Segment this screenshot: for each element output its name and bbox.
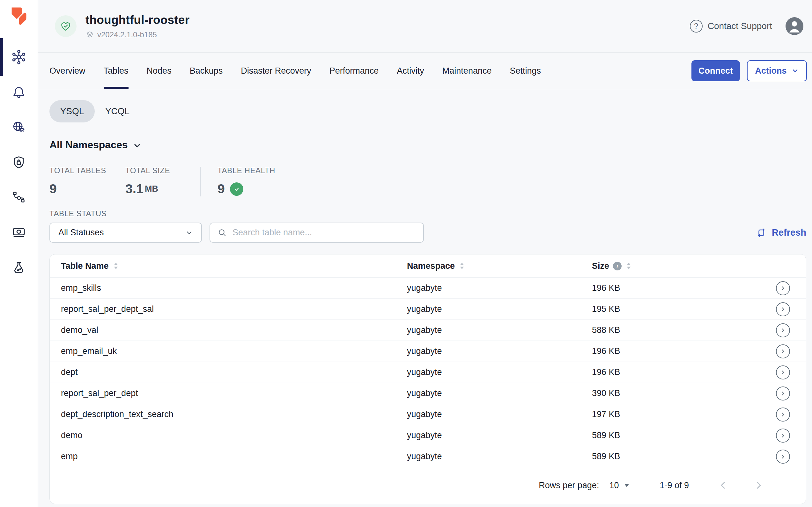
row-expand-button[interactable]: [776, 281, 790, 295]
info-icon[interactable]: i: [613, 262, 621, 270]
row-expand-button[interactable]: [776, 387, 790, 400]
search-icon: [217, 228, 227, 238]
sidebar-item-cloud-settings[interactable]: [0, 110, 38, 145]
rows-per-page-caret-icon[interactable]: [623, 482, 630, 489]
table-row[interactable]: dept_description_text_search yugabyte 19…: [50, 404, 806, 425]
stat-total-tables: TOTAL TABLES 9: [49, 166, 125, 196]
tab-overview[interactable]: Overview: [49, 53, 86, 89]
stat-total-size: TOTAL SIZE 3.1MB: [125, 166, 200, 196]
column-header-size[interactable]: Size i: [592, 261, 776, 271]
header-right: ? Contact Support: [690, 17, 803, 35]
filter-block: TABLE STATUS All Statuses: [49, 209, 806, 243]
tab-nodes[interactable]: Nodes: [147, 53, 172, 89]
sidebar-item-labs[interactable]: [0, 250, 38, 285]
actions-button[interactable]: Actions: [747, 60, 807, 81]
heart-check-icon: [60, 20, 72, 32]
next-page-button[interactable]: [754, 481, 763, 490]
size-cell: 589 KB: [592, 452, 776, 461]
namespace-cell: yugabyte: [407, 367, 592, 377]
actions-button-label: Actions: [755, 66, 787, 76]
pagination-range: 1-9 of 9: [659, 481, 689, 491]
table-header-row: Table Name Namespace Size i: [50, 255, 806, 277]
table-row[interactable]: emp yugabyte 589 KB: [50, 446, 806, 467]
chevron-right-icon: [780, 411, 786, 418]
cluster-name: thoughtful-rooster: [86, 13, 190, 27]
row-expand-button[interactable]: [776, 302, 790, 316]
refresh-icon: [756, 227, 767, 238]
tab-disaster-recovery[interactable]: Disaster Recovery: [241, 53, 311, 89]
table-name-cell: report_sal_per_dept_sal: [61, 304, 407, 314]
tables-card: Table Name Namespace Size i: [49, 254, 806, 504]
chevron-right-icon: [780, 327, 786, 334]
sidebar-item-clusters[interactable]: [0, 40, 38, 75]
filter-row: All Statuses Refresh: [49, 223, 806, 243]
row-expand-button[interactable]: [776, 323, 790, 337]
chevron-left-icon: [718, 481, 728, 490]
namespace-dropdown-label: All Namespaces: [49, 139, 127, 151]
table-name-cell: report_sal_per_dept: [61, 388, 407, 398]
sort-icon[interactable]: [459, 262, 465, 270]
version-row: v2024.2.1.0-b185: [86, 30, 190, 39]
sort-icon[interactable]: [626, 262, 632, 270]
api-type-toggle: YSQL YCQL: [49, 100, 806, 122]
chevron-right-icon: [780, 432, 786, 439]
table-row[interactable]: report_sal_per_dept_sal yugabyte 195 KB: [50, 298, 806, 320]
table-row[interactable]: emp_skills yugabyte 196 KB: [50, 277, 806, 298]
sidebar-item-security[interactable]: [0, 145, 38, 180]
table-row[interactable]: demo yugabyte 589 KB: [50, 425, 806, 446]
column-header-namespace[interactable]: Namespace: [407, 261, 592, 271]
previous-page-button[interactable]: [718, 481, 728, 490]
rows-per-page-value[interactable]: 10: [609, 481, 619, 491]
refresh-button-label: Refresh: [772, 227, 806, 238]
tab-performance[interactable]: Performance: [329, 53, 379, 89]
search-input[interactable]: [232, 228, 416, 237]
tab-activity[interactable]: Activity: [397, 53, 424, 89]
refresh-button[interactable]: Refresh: [756, 227, 806, 238]
stat-value: 9: [49, 181, 125, 196]
row-expand-button[interactable]: [776, 407, 790, 421]
yugabyte-logo[interactable]: [9, 5, 29, 25]
tab-maintenance[interactable]: Maintenance: [442, 53, 492, 89]
size-cell: 196 KB: [592, 283, 776, 293]
row-expand-button[interactable]: [776, 344, 790, 358]
banknote-icon: [11, 225, 26, 240]
connect-button[interactable]: Connect: [692, 60, 740, 81]
sidebar-item-billing[interactable]: [0, 215, 38, 250]
column-header-table-name[interactable]: Table Name: [61, 261, 407, 271]
stats-divider: [200, 167, 201, 196]
toggle-ycql[interactable]: YCQL: [95, 100, 140, 122]
contact-support-link[interactable]: Contact Support: [708, 21, 772, 31]
table-name-cell: demo: [61, 431, 407, 440]
toggle-ysql[interactable]: YSQL: [49, 100, 95, 122]
sidebar: [0, 0, 38, 507]
table-name-cell: dept: [61, 367, 407, 377]
sort-icon[interactable]: [113, 262, 119, 270]
table-name-cell: demo_val: [61, 325, 407, 335]
cluster-hub-icon: [11, 50, 26, 64]
row-expand-button[interactable]: [776, 450, 790, 464]
namespace-cell: yugabyte: [407, 283, 592, 293]
sidebar-item-integrations[interactable]: [0, 180, 38, 215]
namespace-cell: yugabyte: [407, 431, 592, 440]
table-row[interactable]: report_sal_per_dept yugabyte 390 KB: [50, 383, 806, 404]
chevron-right-icon: [780, 369, 786, 376]
namespace-dropdown[interactable]: All Namespaces: [49, 139, 806, 151]
table-row[interactable]: dept yugabyte 196 KB: [50, 361, 806, 383]
row-expand-button[interactable]: [776, 365, 790, 380]
tab-tables[interactable]: Tables: [104, 53, 128, 89]
namespace-cell: yugabyte: [407, 304, 592, 314]
cluster-health-badge: [55, 15, 76, 37]
table-row[interactable]: demo_val yugabyte 588 KB: [50, 320, 806, 341]
help-icon[interactable]: ?: [690, 20, 703, 33]
tab-settings[interactable]: Settings: [510, 53, 541, 89]
status-select[interactable]: All Statuses: [49, 223, 202, 243]
user-avatar[interactable]: [786, 17, 803, 35]
sidebar-item-alerts[interactable]: [0, 75, 38, 110]
tab-backups[interactable]: Backups: [190, 53, 223, 89]
namespace-cell: yugabyte: [407, 452, 592, 461]
table-row[interactable]: emp_email_uk yugabyte 196 KB: [50, 341, 806, 361]
row-expand-button[interactable]: [776, 429, 790, 443]
status-select-value: All Statuses: [58, 228, 104, 237]
person-icon: [786, 17, 803, 35]
cluster-header: thoughtful-rooster v2024.2.1.0-b185 ? Co…: [38, 0, 812, 53]
